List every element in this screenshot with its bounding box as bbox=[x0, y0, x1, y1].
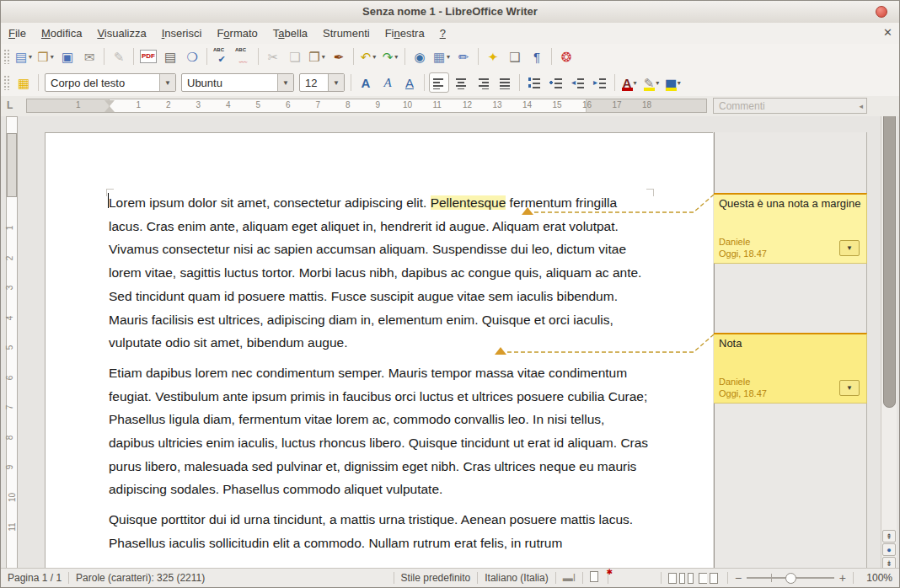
undo-dropdown-icon[interactable]: ▾ bbox=[372, 53, 376, 61]
paragraph-background-dropdown-icon[interactable]: ▾ bbox=[678, 79, 681, 87]
vertical-scrollbar[interactable]: ⇞ ● ⇟ bbox=[881, 116, 897, 570]
open-document-button[interactable]: ❒▾ bbox=[35, 46, 56, 67]
note-text[interactable]: Questa è una nota a margine bbox=[719, 197, 861, 210]
clone-formatting-button[interactable]: ✒ bbox=[329, 46, 349, 67]
margin-note-2[interactable]: Nota Daniele Oggi, 18.47 ▼ bbox=[714, 333, 867, 404]
paragraph-3[interactable]: Quisque porttitor dui id urna tincidunt,… bbox=[109, 508, 652, 554]
menu-help[interactable]: ? bbox=[432, 24, 453, 42]
print-button[interactable]: ▤ bbox=[160, 46, 180, 67]
justify-button[interactable] bbox=[495, 72, 515, 93]
new-document-button[interactable]: ▤▾ bbox=[13, 46, 34, 67]
formatting-marks-icon: ¶ bbox=[533, 51, 540, 63]
indent-marker-icon[interactable] bbox=[104, 100, 115, 106]
insert-mode-indicator[interactable]: ▬I bbox=[556, 572, 582, 584]
insert-table-dropdown-icon[interactable]: ▾ bbox=[447, 53, 450, 61]
new-document-dropdown-icon[interactable]: ▾ bbox=[29, 53, 32, 61]
menu-inserisci[interactable]: Inserisci bbox=[154, 24, 210, 42]
tab-stop-selector-icon[interactable]: L bbox=[7, 99, 19, 111]
text-language[interactable]: Italiano (Italia) bbox=[478, 572, 554, 584]
book-view-button[interactable] bbox=[699, 573, 707, 584]
auto-spellcheck-button[interactable]: ABC﹏ bbox=[233, 46, 254, 67]
menu-file[interactable]: File bbox=[1, 24, 34, 42]
vertical-ruler[interactable]: 1234567891011 bbox=[6, 116, 18, 570]
standard-toolbar: ▤▾❒▾▣✉✎PDF▤❍ABC✔ABC﹏✂❏❐▾✒↶▾↷▾◉▦▾✏✦❑¶❂ bbox=[1, 44, 899, 70]
document-modified-indicator[interactable]: ✱ bbox=[583, 571, 608, 585]
draw-functions-button[interactable]: ✏ bbox=[453, 46, 474, 67]
note-menu-button[interactable]: ▼ bbox=[839, 380, 860, 396]
menu-modifica[interactable]: Modifica bbox=[34, 24, 89, 42]
paragraph-1[interactable]: Lorem ipsum dolor sit amet, consectetur … bbox=[109, 191, 652, 355]
page-indicator[interactable]: Pagina 1 / 1 bbox=[1, 572, 68, 584]
zoom-slider[interactable]: − + bbox=[728, 571, 853, 585]
font-name-combo-dropdown-icon[interactable]: ▼ bbox=[277, 74, 293, 91]
navigator-button[interactable]: ✦ bbox=[483, 46, 503, 67]
commented-word-highlight[interactable]: Pellentesque bbox=[431, 195, 506, 210]
page-style[interactable]: Stile predefinito bbox=[394, 572, 478, 584]
single-page-view-button[interactable] bbox=[668, 573, 677, 584]
word-count[interactable]: Parole (caratteri): 325 (2211) bbox=[69, 572, 212, 584]
align-center-button[interactable] bbox=[451, 72, 471, 93]
menu-tabella[interactable]: Tabella bbox=[265, 24, 315, 42]
paste-dropdown-icon[interactable]: ▾ bbox=[322, 53, 325, 61]
underline-button[interactable]: A bbox=[399, 72, 420, 93]
paragraph-style-combo[interactable]: Corpo del testo▼ bbox=[45, 73, 176, 92]
menu-strumenti[interactable]: Strumenti bbox=[315, 24, 378, 42]
navigation-button[interactable]: ● bbox=[882, 543, 896, 556]
italic-button[interactable]: A bbox=[378, 72, 398, 93]
bullet-list-button[interactable] bbox=[546, 72, 566, 93]
redo-button[interactable]: ↷▾ bbox=[380, 46, 400, 67]
print-preview-button[interactable]: ❍ bbox=[182, 46, 202, 67]
help-button[interactable]: ❂ bbox=[556, 46, 576, 67]
paragraph-2[interactable]: Etiam dapibus lorem nec condimentum semp… bbox=[109, 361, 652, 501]
horizontal-ruler[interactable]: 1 123456789101112131415161718 bbox=[26, 99, 707, 113]
increase-indent-button[interactable] bbox=[590, 72, 610, 93]
font-size-combo[interactable]: 12▼ bbox=[299, 73, 345, 92]
note-menu-button[interactable]: ▼ bbox=[839, 240, 860, 256]
undo-button[interactable]: ↶▾ bbox=[358, 46, 378, 67]
paragraph-background-button[interactable]: ▆▾ bbox=[663, 72, 683, 93]
toolbar-grip-icon[interactable] bbox=[3, 49, 9, 64]
align-right-button[interactable] bbox=[473, 72, 493, 93]
paragraph-style-combo-dropdown-icon[interactable]: ▼ bbox=[159, 74, 175, 91]
insert-table-button[interactable]: ▦▾ bbox=[431, 46, 452, 67]
margin-note-1[interactable]: Questa è una nota a margine Daniele Oggi… bbox=[714, 193, 867, 264]
decrease-indent-button[interactable] bbox=[568, 72, 588, 93]
align-left-button[interactable] bbox=[429, 72, 449, 93]
spellcheck-button[interactable]: ABC✔ bbox=[212, 46, 232, 67]
numbered-list-button[interactable] bbox=[524, 72, 544, 93]
document-page[interactable]: Lorem ipsum dolor sit amet, consectetur … bbox=[45, 132, 713, 570]
paste-button[interactable]: ❐▾ bbox=[307, 46, 327, 67]
open-document-dropdown-icon[interactable]: ▾ bbox=[51, 53, 54, 61]
note-text[interactable]: Nota bbox=[719, 337, 861, 350]
font-name-combo[interactable]: Ubuntu▼ bbox=[181, 73, 294, 92]
export-pdf-button[interactable]: PDF bbox=[138, 46, 158, 67]
document-close-icon[interactable]: ✕ bbox=[883, 26, 892, 39]
gallery-button[interactable]: ❑ bbox=[505, 46, 525, 67]
highlight-color-button[interactable]: ✎▾ bbox=[641, 72, 662, 93]
comments-toggle-button[interactable]: Commenti ◂ bbox=[713, 98, 867, 114]
multi-page-view-button[interactable] bbox=[679, 573, 685, 584]
highlight-color-dropdown-icon[interactable]: ▾ bbox=[656, 79, 659, 87]
scrollbar-thumb[interactable] bbox=[883, 116, 896, 408]
zoom-in-icon[interactable]: + bbox=[839, 571, 846, 585]
menu-visualizza[interactable]: Visualizza bbox=[89, 24, 153, 42]
zoom-slider-thumb[interactable] bbox=[785, 573, 796, 584]
toolbar-grip-icon[interactable] bbox=[3, 75, 9, 90]
formatting-marks-button[interactable]: ¶ bbox=[527, 46, 547, 67]
zoom-level[interactable]: 100% bbox=[854, 572, 899, 584]
save-document-button[interactable]: ▣ bbox=[57, 46, 78, 67]
document-text[interactable]: Lorem ipsum dolor sit amet, consectetur … bbox=[109, 191, 652, 562]
menu-finestra[interactable]: Finestra bbox=[378, 24, 432, 42]
zoom-out-icon[interactable]: − bbox=[735, 571, 742, 585]
menu-formato[interactable]: Formato bbox=[209, 24, 265, 42]
redo-dropdown-icon[interactable]: ▾ bbox=[394, 53, 398, 61]
previous-page-button[interactable]: ⇞ bbox=[882, 530, 896, 543]
font-color-button[interactable]: A▾ bbox=[619, 72, 640, 93]
window-close-button[interactable] bbox=[876, 6, 887, 18]
bold-button[interactable]: A bbox=[356, 72, 376, 93]
insert-hyperlink-button[interactable]: ◉ bbox=[410, 46, 430, 67]
styles-panel-button[interactable]: ▦ bbox=[13, 72, 34, 93]
send-email-button[interactable]: ✉ bbox=[79, 46, 99, 67]
font-color-dropdown-icon[interactable]: ▾ bbox=[633, 79, 636, 87]
font-size-combo-dropdown-icon[interactable]: ▼ bbox=[328, 74, 344, 91]
